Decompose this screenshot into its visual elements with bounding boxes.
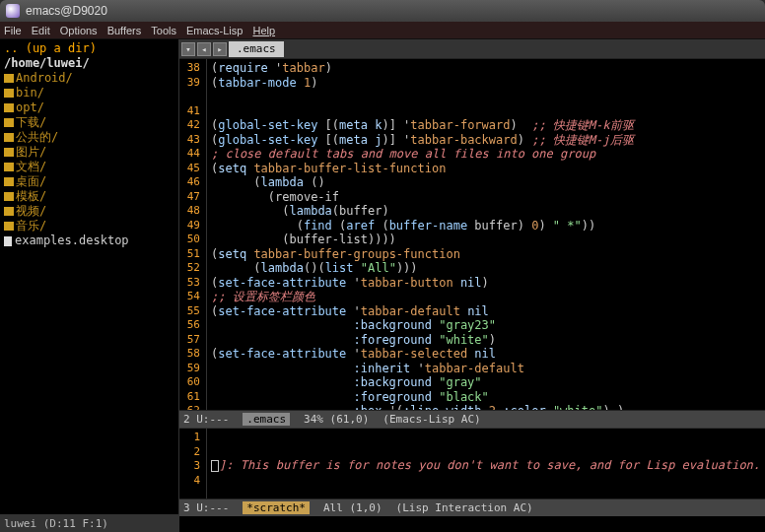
window-title: emacs@D9020 [26,4,107,18]
folder-icon [4,89,14,98]
folder-icon [4,192,14,201]
sidebar-item[interactable]: 音乐/ [4,219,174,233]
speedbar[interactable]: .. (up a dir) /home/luwei/ Android/bin/o… [0,39,179,532]
editor-pane: ▾ ◂ ▸ .emacs 383941424344454647484950515… [179,39,765,532]
tab-bar: ▾ ◂ ▸ .emacs [179,39,765,59]
minibuffer[interactable] [179,516,765,532]
modeline-scratch[interactable]: 3 U:--- *scratch* All (1,0) (Lisp Intera… [179,499,765,516]
menu-emacs-lisp[interactable]: Emacs-Lisp [186,25,243,36]
sidebar-item[interactable]: 下载/ [4,115,174,130]
scratch-gutter: 1234 [179,429,207,499]
folder-icon [4,148,14,157]
emacs-icon [6,4,20,18]
menu-tools[interactable]: Tools [151,25,176,36]
menu-buffers[interactable]: Buffers [107,25,142,36]
modeline2-state: 3 U:--- [183,501,229,514]
sidebar-item[interactable]: Android/ [4,71,174,86]
modeline2-position: All (1,0) [323,501,382,514]
cursor [211,460,219,472]
folder-icon [4,177,14,186]
folder-icon [4,118,14,127]
scratch-body[interactable]: ]: This buffer is for notes you don't wa… [207,429,765,499]
code-area[interactable]: 3839414243444546474849505152535455565758… [179,59,765,410]
current-path: /home/luwei/ [4,56,174,71]
code-body[interactable]: (require 'tabbar)(tabbar-mode 1)(global-… [207,59,765,410]
folder-icon [4,74,14,83]
menu-options[interactable]: Options [60,25,98,36]
menu-edit[interactable]: Edit [32,25,50,36]
line-gutter: 3839414243444546474849505152535455565758… [179,59,207,410]
sidebar-item[interactable]: opt/ [4,100,174,115]
folder-icon [4,222,14,231]
modeline2-mode: (Lisp Interaction AC) [396,501,533,514]
sidebar-modeline: luwei (D:11 F:1) [0,514,178,532]
tabbar-scroll-left-icon[interactable]: ◂ [197,42,211,56]
menu-help[interactable]: Help [252,25,275,36]
modeline2-buffer: *scratch* [243,501,310,514]
sidebar-item[interactable]: 文档/ [4,160,174,174]
sidebar-item[interactable]: 公共的/ [4,130,174,145]
sidebar-item[interactable]: 桌面/ [4,174,174,189]
modeline-state: 2 U:--- [183,413,229,426]
folder-icon [4,103,14,112]
modeline-mode: (Emacs-Lisp AC) [382,413,480,426]
tabbar-scroll-home-icon[interactable]: ▾ [181,42,195,56]
folder-icon [4,133,14,142]
sidebar-item[interactable]: 图片/ [4,145,174,160]
sidebar-item[interactable]: examples.desktop [4,233,174,248]
tabbar-scroll-right-icon[interactable]: ▸ [213,42,227,56]
scratch-pane[interactable]: 1234 ]: This buffer is for notes you don… [179,428,765,499]
folder-icon [4,163,14,171]
folder-icon [4,207,14,216]
up-dir[interactable]: .. (up a dir) [4,41,174,56]
modeline-main[interactable]: 2 U:--- .emacs 34% (61,0) (Emacs-Lisp AC… [179,410,765,428]
main-area: .. (up a dir) /home/luwei/ Android/bin/o… [0,39,765,532]
window-title-bar: emacs@D9020 [0,0,765,22]
tab-active[interactable]: .emacs [229,41,284,57]
file-icon [4,236,12,246]
menu-file[interactable]: File [4,25,22,36]
modeline-position: 34% (61,0) [304,413,369,426]
modeline-buffer: .emacs [243,413,290,426]
sidebar-item[interactable]: bin/ [4,86,174,100]
sidebar-item[interactable]: 模板/ [4,189,174,204]
sidebar-item[interactable]: 视频/ [4,204,174,219]
menu-bar: File Edit Options Buffers Tools Emacs-Li… [0,22,765,39]
